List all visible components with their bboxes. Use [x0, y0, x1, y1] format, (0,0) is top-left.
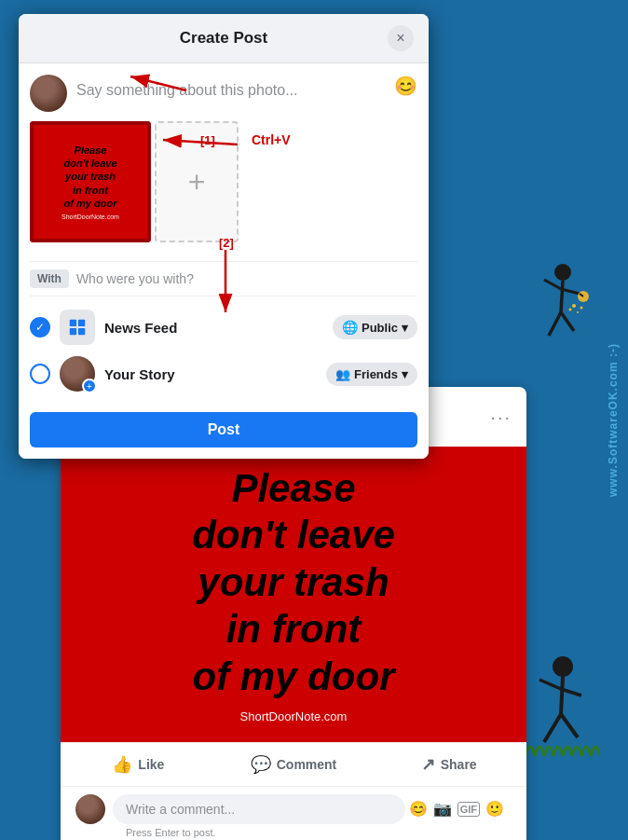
svg-line-1 [561, 281, 563, 312]
dropdown-arrow-icon-2: ▾ [402, 367, 408, 381]
like-icon: 👍 [112, 754, 132, 775]
svg-rect-20 [70, 328, 76, 335]
svg-point-10 [577, 311, 579, 313]
post-button[interactable]: Post [30, 412, 417, 448]
public-audience-button[interactable]: 🌐 Public ▾ [333, 315, 417, 339]
dialog-body: Say something about this photo... 😊 Plea… [19, 63, 429, 459]
story-avatar: + [60, 356, 95, 392]
svg-line-15 [561, 689, 581, 695]
svg-line-14 [539, 680, 561, 689]
comment-input-row: Write a comment... 😊 📷 GIF 🙂 [113, 794, 512, 824]
comment-gif-icon[interactable]: GIF [457, 802, 480, 817]
svg-point-9 [580, 307, 583, 310]
image-upload-area: Please don't leave your trash in front o… [30, 121, 417, 252]
like-label: Like [138, 757, 164, 772]
svg-line-7 [561, 312, 574, 331]
comment-icon-area: 😊 📷 GIF 🙂 [409, 800, 512, 818]
commenter-avatar [75, 794, 105, 824]
comment-text-input[interactable]: Write a comment... [113, 794, 405, 824]
news-feed-row: ✓ News Feed 🌐 Public ▾ [30, 304, 417, 351]
svg-point-11 [569, 309, 572, 311]
plus-icon: + [188, 165, 206, 200]
post-image-text: Please don't leave your trash in front o… [192, 465, 395, 700]
add-image-button[interactable]: + [155, 121, 239, 242]
comment-sticker-icon[interactable]: 🙂 [485, 800, 504, 818]
decorative-figure-top [535, 261, 591, 336]
like-button[interactable]: 👍 Like [61, 747, 216, 782]
share-button[interactable]: ↗ Share [371, 747, 526, 782]
close-button[interactable]: × [388, 25, 414, 51]
image-text: Please don't leave your trash in front o… [63, 144, 116, 210]
svg-point-12 [553, 656, 573, 677]
check-icon: ✓ [35, 321, 45, 334]
comment-input-wrapper: Write a comment... 😊 📷 GIF 🙂 Press Enter… [113, 794, 512, 838]
svg-point-8 [572, 304, 576, 308]
uploaded-image: Please don't leave your trash in front o… [30, 121, 151, 242]
svg-line-17 [561, 714, 578, 737]
comment-icon: 💬 [251, 754, 271, 775]
svg-line-2 [544, 280, 561, 289]
dialog-title: Create Post [60, 29, 388, 48]
news-feed-label: News Feed [104, 320, 323, 336]
post-actions: 👍 Like 💬 Comment ↗ Share [61, 742, 526, 786]
svg-rect-18 [70, 320, 76, 326]
dialog-header: Create Post × [19, 14, 429, 63]
create-post-dialog: Create Post × Say something about this p… [19, 14, 429, 459]
with-badge: With [30, 269, 69, 288]
comment-button[interactable]: 💬 Comment [216, 747, 372, 782]
post-image: Please don't leave your trash in front o… [61, 447, 526, 742]
friends-label: Friends [354, 367, 398, 381]
user-avatar [30, 75, 67, 112]
share-label: Share [441, 757, 477, 772]
globe-icon: 🌐 [342, 320, 358, 335]
comment-camera-icon[interactable]: 📷 [433, 800, 452, 818]
post-more-button[interactable]: ··· [490, 406, 512, 428]
comment-label: Comment [277, 757, 337, 772]
dropdown-arrow-icon: ▾ [402, 321, 408, 335]
with-input[interactable]: Who were you with? [76, 271, 194, 286]
with-section: With Who were you with? [30, 261, 417, 296]
svg-rect-19 [78, 320, 85, 326]
friends-audience-button[interactable]: 👥 Friends ▾ [326, 363, 417, 386]
post-text-input[interactable]: Say something about this photo... [76, 75, 385, 99]
emoji-button[interactable]: 😊 [394, 75, 417, 97]
add-story-icon: + [82, 379, 97, 393]
post-image-credit: ShortDoorNote.com [240, 709, 348, 723]
svg-point-0 [554, 264, 571, 281]
decorative-figure-bottom [526, 654, 600, 765]
image-credit: ShortDoorNote.com [61, 213, 119, 220]
share-icon: ↗ [421, 754, 435, 775]
news-feed-icon [60, 310, 95, 345]
svg-rect-21 [78, 328, 85, 335]
friends-icon: 👥 [335, 367, 350, 381]
news-feed-checkbox[interactable]: ✓ [30, 317, 50, 337]
watermark-text: www.SoftwareOK.com :-) [600, 0, 626, 840]
your-story-row: + Your Story 👥 Friends ▾ [30, 351, 417, 397]
public-label: Public [362, 321, 398, 335]
sharing-options: ✓ News Feed 🌐 Public ▾ [30, 296, 417, 405]
svg-line-6 [549, 312, 561, 336]
comment-hint: Press Enter to post. [126, 827, 512, 838]
comment-emoji-icon[interactable]: 😊 [409, 800, 428, 818]
post-input-area: Say something about this photo... 😊 [30, 75, 417, 112]
svg-line-16 [544, 714, 561, 742]
svg-line-13 [561, 677, 563, 714]
comment-area: Write a comment... 😊 📷 GIF 🙂 Press Enter… [61, 786, 526, 840]
your-story-label: Your Story [104, 366, 317, 382]
your-story-checkbox[interactable] [30, 364, 50, 384]
